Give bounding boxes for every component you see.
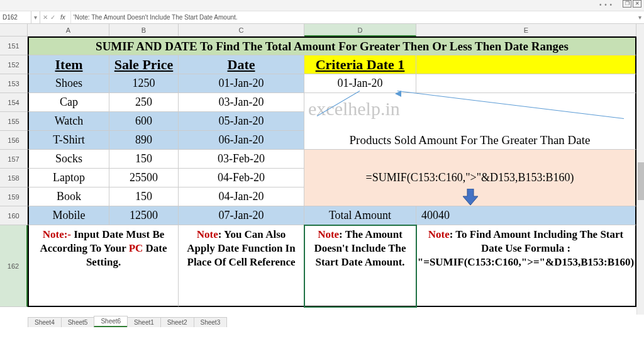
cell-item-0[interactable]: Shoes xyxy=(28,74,109,93)
close-window-icon[interactable]: ✕ xyxy=(633,0,641,8)
row-header-155[interactable]: 155 xyxy=(0,112,28,131)
cancel-formula-icon[interactable]: ✕ xyxy=(43,14,48,21)
cell-date-5[interactable]: 04-Feb-20 xyxy=(179,169,304,187)
row-headers: 151152153154155156157158159160162 xyxy=(0,36,28,307)
cell-item-4[interactable]: Socks xyxy=(28,150,109,169)
vertical-scrollbar[interactable] xyxy=(636,36,644,315)
cell-price-7[interactable]: 12500 xyxy=(109,206,179,225)
sheet-tab-sheet6[interactable]: Sheet6 xyxy=(94,316,128,327)
sheet-tab-sheet2[interactable]: Sheet2 xyxy=(160,317,194,327)
formula-bar-row: D162 ▾ ✕ ✓ fx 'Note: The Amount Doesn't … xyxy=(0,11,644,24)
cell-item-3[interactable]: T-Shirt xyxy=(28,131,109,150)
down-arrow-icon xyxy=(463,189,478,205)
cell-date-6[interactable]: 04-Jan-20 xyxy=(179,187,304,206)
cell-price-6[interactable]: 150 xyxy=(109,187,179,206)
row-header-157[interactable]: 157 xyxy=(0,150,28,169)
total-label: Total Amount xyxy=(304,206,416,225)
spreadsheet-grid[interactable]: A B C D E 151152153154155156157158159160… xyxy=(0,24,644,327)
header-date: Date xyxy=(179,55,304,74)
note-a: Note:- Input Date Must Be According To Y… xyxy=(28,225,179,307)
row-header-158[interactable]: 158 xyxy=(0,169,28,187)
note-d: Note: The Amount Doesn't Include The Sta… xyxy=(304,225,416,307)
svg-marker-1 xyxy=(395,91,401,97)
row-header-156[interactable]: 156 xyxy=(0,131,28,150)
note-e: Note: To Find Amount Including The Start… xyxy=(416,225,636,307)
row-header-154[interactable]: 154 xyxy=(0,93,28,112)
cell-watermark-area xyxy=(304,93,636,131)
note-c: Note: You Can Also Apply Date Function I… xyxy=(179,225,304,307)
column-headers: A B C D E xyxy=(0,24,644,36)
svg-marker-0 xyxy=(463,189,478,205)
cell-price-0[interactable]: 1250 xyxy=(109,74,179,93)
sheet-tab-sheet3[interactable]: Sheet3 xyxy=(194,317,228,327)
col-header-e[interactable]: E xyxy=(416,24,636,36)
cell-date-3[interactable]: 06-Jan-20 xyxy=(179,131,304,150)
cell-e153[interactable] xyxy=(416,74,636,93)
cell-price-4[interactable]: 150 xyxy=(109,150,179,169)
cell-item-7[interactable]: Mobile xyxy=(28,206,109,225)
row-header-151[interactable]: 151 xyxy=(0,36,28,55)
sheet-tab-sheet1[interactable]: Sheet1 xyxy=(127,317,161,327)
sheet-tab-sheet5[interactable]: Sheet5 xyxy=(61,317,95,327)
cell-date-7[interactable]: 07-Jan-20 xyxy=(179,206,304,225)
col-header-a[interactable]: A xyxy=(28,24,109,36)
sheet-tabs: Sheet4Sheet5Sheet6Sheet1Sheet2Sheet3 xyxy=(28,315,226,327)
formula-bar[interactable]: 'Note: The Amount Doesn't Include The St… xyxy=(71,14,635,21)
scrollbar-thumb[interactable] xyxy=(638,162,644,200)
formula-bar-expand-icon[interactable]: ▾ xyxy=(635,14,644,21)
cell-item-5[interactable]: Laptop xyxy=(28,169,109,187)
accept-formula-icon[interactable]: ✓ xyxy=(50,14,55,21)
restore-window-icon[interactable]: ❐ xyxy=(623,0,631,8)
row-header-153[interactable]: 153 xyxy=(0,74,28,93)
row-header-162[interactable]: 162 xyxy=(0,225,28,307)
title-cell: SUMIF AND DATE To Find The Total Amount … xyxy=(28,36,636,55)
cell-item-2[interactable]: Watch xyxy=(28,112,109,131)
fx-icon[interactable]: fx xyxy=(58,14,68,21)
cell-price-5[interactable]: 25500 xyxy=(109,169,179,187)
cell-price-3[interactable]: 890 xyxy=(109,131,179,150)
cell-price-1[interactable]: 250 xyxy=(109,93,179,112)
row-header-152[interactable]: 152 xyxy=(0,55,28,74)
total-value[interactable]: 40040 xyxy=(416,206,636,225)
header-price: Sale Price xyxy=(109,55,179,74)
cell-date-0[interactable]: 01-Jan-20 xyxy=(179,74,304,93)
header-criteria: Criteria Date 1 xyxy=(304,55,416,74)
cell-date-1[interactable]: 03-Jan-20 xyxy=(179,93,304,112)
formula-buttons: ✕ ✓ fx xyxy=(40,11,71,23)
sheet-tab-sheet4[interactable]: Sheet4 xyxy=(28,317,62,327)
row-header-159[interactable]: 159 xyxy=(0,187,28,206)
cell-date-4[interactable]: 03-Feb-20 xyxy=(179,150,304,169)
col-header-c[interactable]: C xyxy=(179,24,304,36)
col-header-d[interactable]: D xyxy=(304,24,416,36)
down-arrow-shape xyxy=(463,189,478,205)
cell-price-2[interactable]: 600 xyxy=(109,112,179,131)
name-box[interactable]: D162 xyxy=(0,11,31,23)
cell-date-2[interactable]: 05-Jan-20 xyxy=(179,112,304,131)
cell-item-1[interactable]: Cap xyxy=(28,93,109,112)
arrowhead-icon xyxy=(395,88,401,99)
overflow-dots-icon: • • • xyxy=(599,1,613,8)
col-header-b[interactable]: B xyxy=(109,24,179,36)
header-e-blank xyxy=(416,55,636,74)
select-all-corner[interactable] xyxy=(0,24,28,36)
header-item: Item xyxy=(28,55,109,74)
name-box-dropdown-icon[interactable]: ▾ xyxy=(31,11,40,23)
section-label: Products Sold Amount For The Greater Tha… xyxy=(304,131,636,150)
cell-item-6[interactable]: Book xyxy=(28,187,109,206)
title-bar: • • • ❐ ✕ xyxy=(0,0,644,11)
row-header-160[interactable]: 160 xyxy=(0,206,28,225)
